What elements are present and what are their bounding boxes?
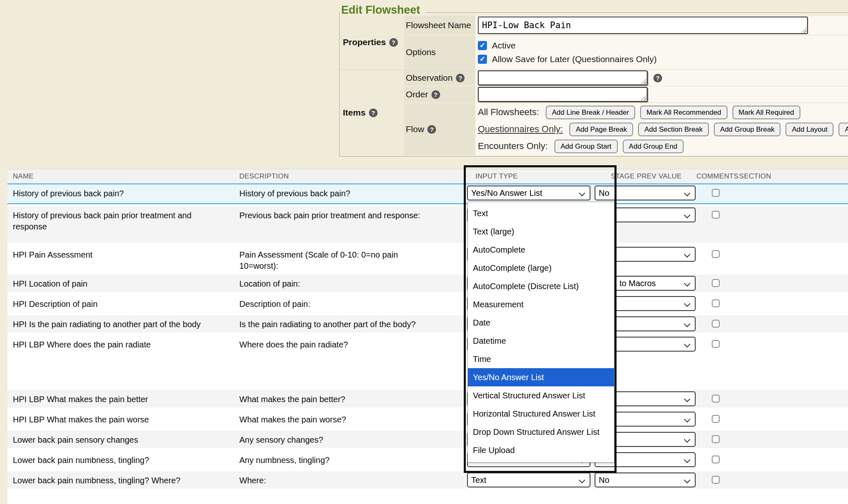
comments-checkbox[interactable]	[712, 476, 720, 484]
comments-checkbox[interactable]	[712, 189, 720, 197]
add-layout-button[interactable]: Add Layout	[785, 123, 834, 136]
add-page-break-button[interactable]: Add Page Break	[569, 123, 633, 136]
flow-group-encounters-only: Encounters Only:Add Group StartAdd Group…	[478, 140, 848, 153]
table-row[interactable]: HPI LBP Where does the pain radiateWhere…	[7, 335, 848, 387]
observation-input[interactable]	[478, 70, 648, 85]
dropdown-option-drop-down-structured-answer-list[interactable]: Drop Down Structured Answer List	[468, 423, 614, 441]
row-comments-cell	[696, 335, 735, 348]
column-header-comments: COMMENTS	[696, 172, 735, 181]
flow-help-icon[interactable]: ?	[427, 125, 436, 134]
stage-prev-value-select[interactable]: No	[595, 473, 696, 487]
observation-field-help-icon[interactable]: ?	[653, 74, 662, 82]
row-name: Lower back pain sensory changes	[13, 431, 239, 446]
dropdown-option-text[interactable]: Text	[468, 204, 614, 222]
dropdown-option-text-large[interactable]: Text (large)	[468, 222, 614, 241]
row-comments-cell	[696, 451, 735, 463]
dropdown-option-autocomplete-large[interactable]: AutoComplete (large)	[468, 259, 614, 277]
column-header-stage-prev-value: STAGE PREV VALUE	[595, 172, 696, 181]
dropdown-option-file-upload[interactable]: File Upload	[468, 441, 614, 459]
table-row[interactable]: History of previous back pain prior trea…	[7, 206, 848, 243]
flow-group-label: All Flowsheets:	[478, 107, 539, 118]
add-group-break-button[interactable]: Add Group Break	[714, 123, 781, 136]
dropdown-option-yes-no-answer-list[interactable]: Yes/No Answer List	[468, 368, 614, 386]
order-help-icon[interactable]: ?	[431, 90, 440, 99]
row-description: History of previous back pain?	[239, 184, 467, 199]
dropdown-option-time[interactable]: Time	[468, 350, 614, 368]
comments-checkbox[interactable]	[712, 250, 720, 258]
dropdown-option-autocomplete[interactable]: AutoComplete	[468, 241, 614, 259]
row-name: History of previous back pain?	[13, 184, 239, 199]
add-line-break-header-button[interactable]: Add Line Break / Header	[546, 106, 635, 119]
row-name: HPI Description of pain	[13, 295, 239, 310]
row-name: HPI LBP What makes the pain better	[13, 390, 239, 405]
row-name: Lower back pain numbness, tingling?	[13, 451, 239, 466]
add-group-start-button[interactable]: Add Group Start	[554, 140, 618, 153]
column-header-input-type: INPUT TYPE	[467, 172, 595, 181]
table-row[interactable]: HPI Location of painLocation of pain:to …	[7, 275, 848, 292]
comments-checkbox[interactable]	[712, 456, 720, 463]
dropdown-option-measurement[interactable]: Measurement	[468, 295, 614, 313]
table-row[interactable]: Lower back pain numbness, tingling? Wher…	[7, 471, 848, 489]
items-group-label: Items ?	[340, 70, 404, 155]
add-section-break-button[interactable]: Add Section Break	[638, 123, 709, 136]
row-name: HPI Is the pain radiating to another par…	[13, 315, 239, 330]
comments-checkbox[interactable]	[712, 395, 720, 403]
table-row[interactable]: HPI LBP What makes the pain betterWhat m…	[7, 390, 848, 408]
table-row[interactable]: History of previous back pain?History of…	[7, 183, 848, 204]
input-type-select[interactable]: Yes/No Answer List	[467, 186, 590, 200]
comments-checkbox[interactable]	[712, 299, 720, 307]
add-scriptlet-button[interactable]: Add Scriptlet	[838, 123, 848, 136]
observation-cell: ?	[475, 70, 848, 86]
comments-checkbox[interactable]	[712, 211, 720, 219]
table-body: History of previous back pain?History of…	[7, 183, 848, 489]
items-label: Items	[343, 108, 366, 118]
order-input[interactable]	[478, 87, 648, 102]
comments-checkbox[interactable]	[712, 320, 720, 328]
dropdown-option-horizontal-structured-answer-list[interactable]: Horizontal Structured Answer List	[468, 405, 614, 423]
dropdown-option-autocomplete-discrete-list[interactable]: AutoComplete (Discrete List)	[468, 277, 614, 295]
checkbox-allow-save-for-later-questionnaires-only[interactable]: ✓	[478, 55, 487, 64]
checkbox-active[interactable]: ✓	[478, 41, 487, 50]
flowsheet-name-input[interactable]: HPI-Low Back Pain	[478, 17, 808, 34]
add-group-end-button[interactable]: Add Group End	[623, 140, 684, 153]
row-stage-prev-cell: No	[595, 184, 696, 200]
table-row[interactable]: Lower back pain numbness, tingling?Any n…	[7, 451, 848, 468]
comments-checkbox[interactable]	[712, 415, 720, 423]
row-comments-cell	[696, 206, 735, 219]
resize-grip-icon[interactable]	[801, 27, 807, 33]
comments-checkbox[interactable]	[712, 435, 720, 443]
items-help-icon[interactable]: ?	[369, 109, 378, 117]
mark-all-recommended-button[interactable]: Mark All Recommended	[640, 106, 727, 119]
row-comments-cell	[696, 390, 735, 403]
dropdown-option-date[interactable]: Date	[468, 313, 614, 332]
mark-all-required-button[interactable]: Mark All Required	[732, 106, 800, 119]
resize-grip-icon[interactable]	[641, 95, 646, 101]
option-allow-save-for-later-questionnaires-only: ✓Allow Save for Later (Questionnaires On…	[478, 54, 657, 64]
flowsheet-name-cell: HPI-Low Back Pain	[475, 16, 848, 35]
observation-help-icon[interactable]: ?	[456, 74, 465, 82]
row-name: HPI Pain Assessment	[13, 246, 239, 260]
properties-help-icon[interactable]: ?	[389, 38, 398, 47]
flow-label: Flow	[406, 124, 424, 134]
table-row[interactable]: HPI Is the pain radiating to another par…	[7, 315, 848, 333]
row-input-type-cell: Text	[467, 471, 595, 487]
select-value: to Macros	[619, 279, 656, 288]
comments-checkbox[interactable]	[712, 340, 720, 348]
input-type-dropdown: TextText (large)AutoCompleteAutoComplete…	[467, 202, 614, 463]
select-value: No	[599, 475, 610, 485]
dropdown-option-vertical-structured-answer-list[interactable]: Vertical Structured Answer List	[468, 386, 614, 405]
input-type-select[interactable]: Text	[467, 473, 590, 487]
table-row[interactable]: HPI Pain AssessmentPain Assessment (Scal…	[7, 246, 848, 272]
comments-checkbox[interactable]	[712, 279, 720, 287]
resize-grip-icon[interactable]	[641, 79, 646, 84]
stage-prev-value-select[interactable]: No	[595, 186, 696, 200]
row-name: HPI Location of pain	[13, 275, 239, 289]
option-label: Active	[492, 41, 516, 51]
table-row[interactable]: HPI LBP What makes the pain worseWhat ma…	[7, 410, 848, 428]
table-row[interactable]: HPI Description of painDescription of pa…	[7, 295, 848, 312]
row-name: HPI LBP What makes the pain worse	[13, 410, 239, 425]
row-description: What makes the pain worse?	[239, 410, 467, 425]
order-label: Order	[406, 89, 428, 99]
dropdown-option-datetime[interactable]: Datetime	[468, 332, 614, 350]
table-row[interactable]: Lower back pain sensory changesAny senso…	[7, 431, 848, 448]
